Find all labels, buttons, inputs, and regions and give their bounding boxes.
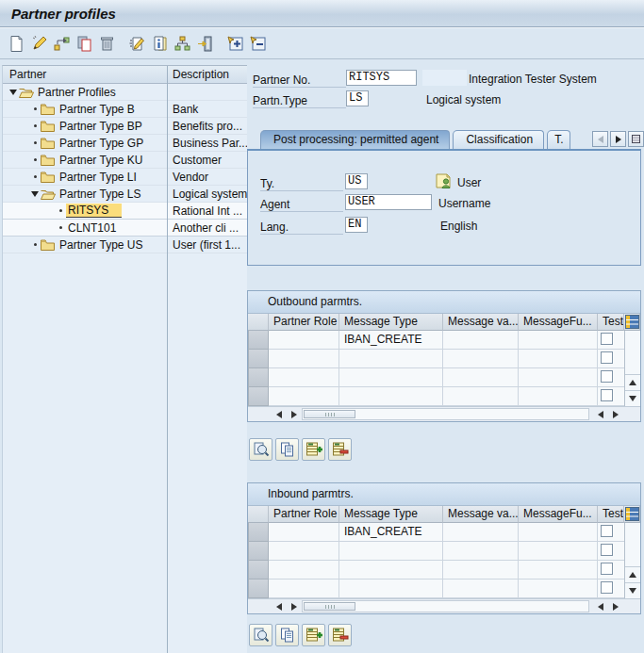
test-checkbox[interactable] [601,563,613,575]
tree-row-label[interactable]: RITSYS [66,204,122,218]
test-checkbox[interactable] [601,389,613,401]
cell-partner-role[interactable] [269,331,339,350]
col-scroll-left-icon[interactable] [593,600,608,612]
delete-icon[interactable] [95,31,118,56]
documentation-icon[interactable] [148,31,171,56]
cell-message-type[interactable] [339,561,443,580]
hscroll-thumb[interactable] [304,410,355,418]
insert-row-button[interactable] [302,624,325,646]
row-selector[interactable] [248,368,269,387]
tree-row-label[interactable]: Partner Type GP [58,137,143,150]
row-selector[interactable] [248,331,269,350]
hscroll-track[interactable] [302,600,589,612]
test-checkbox[interactable] [601,351,613,364]
tree-row-label[interactable]: Partner Type B [58,103,135,116]
tree-row-clnt101[interactable]: CLNT101Another cli ... [3,220,247,237]
cell-message-function[interactable] [519,368,598,387]
column-header-partner-role[interactable]: Partner Role [269,506,339,523]
delete-row-button[interactable] [328,624,352,646]
cell-message-function[interactable] [519,523,598,542]
col-scroll-left-icon[interactable] [593,408,608,420]
hscroll-track[interactable] [302,408,589,420]
tree-row-partner-profiles[interactable]: Partner Profiles [3,84,247,101]
tab-classification[interactable]: Classification [453,130,544,149]
table-vscrollbar[interactable] [624,523,640,598]
check-icon[interactable] [125,31,148,56]
tree-row-label[interactable]: Partner Profiles [36,86,116,99]
scroll-up-icon[interactable] [625,566,640,582]
copy-button[interactable] [275,438,299,461]
cell-partner-role[interactable] [269,580,339,598]
column-header-partner-role[interactable]: Partner Role [269,314,339,331]
column-header-message-variant[interactable]: Message va... [443,506,519,523]
column-header-message-type[interactable]: Message Type [339,314,443,331]
cell-message-type[interactable] [339,368,443,387]
agent-field[interactable]: USER [345,194,432,210]
cell-message-function[interactable] [519,350,598,368]
tab-overview-icon[interactable] [628,131,644,147]
tree-row-partner-type-gp[interactable]: Partner Type GPBusiness Par... [3,135,247,152]
cell-message-type[interactable]: IBAN_CREATE [339,523,443,542]
copy-icon[interactable] [73,31,95,56]
cell-message-variant[interactable] [443,387,519,406]
tab-telephony[interactable]: T. [547,130,570,149]
test-checkbox[interactable] [601,544,613,556]
tree-column-partner[interactable]: Partner [3,66,167,83]
agent-type-field[interactable]: US [345,173,368,189]
tree-row-label[interactable]: CLNT101 [66,221,116,235]
cell-message-function[interactable] [519,387,598,406]
details-button[interactable] [249,624,272,646]
cell-message-function[interactable] [519,561,598,580]
expand-node-icon[interactable] [223,31,246,56]
tree-row-partner-type-bp[interactable]: Partner Type BPBenefits pro... [3,118,247,135]
tree-row-partner-type-b[interactable]: Partner Type BBank [3,101,247,118]
scroll-right-icon[interactable] [287,408,302,420]
outbound-hscrollbar[interactable] [248,406,640,421]
row-selector[interactable] [248,561,269,580]
hscroll-thumb[interactable] [304,602,355,611]
table-settings-icon[interactable] [624,506,640,523]
goto-icon[interactable] [193,31,216,56]
copy-node-icon[interactable] [50,31,73,56]
cell-partner-role[interactable] [269,523,339,542]
row-selector[interactable] [248,580,269,598]
cell-partner-role[interactable] [269,350,339,368]
language-field[interactable]: EN [345,217,368,233]
row-selector[interactable] [248,350,269,368]
select-all-header[interactable] [248,314,269,331]
insert-row-button[interactable] [302,438,325,461]
cell-message-type[interactable] [339,350,443,368]
tree-column-description[interactable]: Description [167,66,247,83]
scroll-left-icon[interactable] [272,408,287,420]
cell-partner-role[interactable] [269,368,339,387]
cell-message-type[interactable] [339,387,443,406]
col-scroll-right-icon[interactable] [608,408,623,420]
row-selector[interactable] [248,542,269,561]
cell-message-variant[interactable] [443,580,519,598]
test-checkbox[interactable] [601,370,613,383]
cell-message-type[interactable]: IBAN_CREATE [339,331,443,350]
partner-no-field[interactable]: RITSYS [346,70,417,86]
cell-message-type[interactable] [339,542,443,561]
cell-message-variant[interactable] [443,350,519,368]
cell-message-function[interactable] [519,542,598,561]
column-header-message-type[interactable]: Message Type [339,506,443,523]
table-vscrollbar[interactable] [624,331,640,406]
scroll-up-icon[interactable] [625,374,640,390]
delete-row-button[interactable] [328,438,352,461]
test-checkbox[interactable] [601,581,613,594]
tree-row-label[interactable]: Partner Type LS [58,188,141,201]
copy-button[interactable] [275,624,299,646]
hierarchy-icon[interactable] [171,31,193,56]
column-header-message-function[interactable]: MessageFu... [519,506,598,523]
partner-description-field[interactable] [422,70,467,86]
collapse-node-icon[interactable] [246,31,269,56]
cell-message-variant[interactable] [443,331,519,350]
tree-row-label[interactable]: Partner Type US [58,238,143,252]
tree-row-label[interactable]: Partner Type BP [58,120,142,133]
tab-scroll-left-icon[interactable] [592,131,608,147]
collapse-arrow-icon[interactable] [29,191,41,197]
tree-row-label[interactable]: Partner Type KU [58,154,143,167]
table-settings-icon[interactable] [624,314,640,331]
scroll-down-icon[interactable] [625,390,640,406]
